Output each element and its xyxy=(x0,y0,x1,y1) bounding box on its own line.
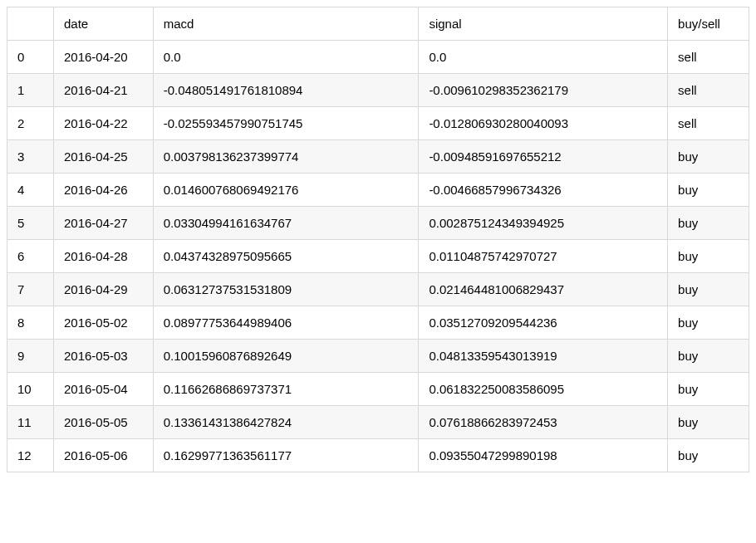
cell-buysell: buy xyxy=(668,174,749,207)
cell-macd: 0.04374328975095665 xyxy=(153,240,419,273)
cell-date: 2016-05-06 xyxy=(53,439,153,472)
cell-signal: 0.01104875742970727 xyxy=(419,240,668,273)
cell-date: 2016-04-27 xyxy=(53,207,153,240)
cell-index: 12 xyxy=(7,439,54,472)
cell-date: 2016-04-25 xyxy=(53,140,153,174)
cell-macd: 0.06312737531531809 xyxy=(153,273,419,306)
cell-index: 5 xyxy=(7,207,54,240)
cell-index: 6 xyxy=(7,240,54,273)
cell-index: 0 xyxy=(7,41,54,74)
cell-buysell: sell xyxy=(668,41,749,74)
cell-index: 8 xyxy=(7,306,54,340)
cell-signal: 0.03512709209544236 xyxy=(419,306,668,340)
cell-date: 2016-04-28 xyxy=(53,240,153,273)
cell-index: 7 xyxy=(7,273,54,306)
cell-signal: 0.09355047299890198 xyxy=(419,439,668,472)
table-row: 4 2016-04-26 0.014600768069492176 -0.004… xyxy=(7,174,749,207)
cell-index: 1 xyxy=(7,74,54,107)
table-body: 0 2016-04-20 0.0 0.0 sell 1 2016-04-21 -… xyxy=(7,41,749,472)
cell-index: 4 xyxy=(7,174,54,207)
table-row: 7 2016-04-29 0.06312737531531809 0.02146… xyxy=(7,273,749,306)
table-row: 0 2016-04-20 0.0 0.0 sell xyxy=(7,41,749,74)
cell-macd: 0.08977753644989406 xyxy=(153,306,419,340)
cell-buysell: buy xyxy=(668,373,749,406)
cell-date: 2016-04-20 xyxy=(53,41,153,74)
cell-macd: 0.0 xyxy=(153,41,419,74)
cell-signal: 0.04813359543013919 xyxy=(419,340,668,373)
cell-buysell: buy xyxy=(668,340,749,373)
table-row: 10 2016-05-04 0.11662686869737371 0.0618… xyxy=(7,373,749,406)
cell-buysell: buy xyxy=(668,306,749,340)
cell-macd: 0.16299771363561177 xyxy=(153,439,419,472)
cell-buysell: buy xyxy=(668,140,749,174)
cell-macd: 0.10015960876892649 xyxy=(153,340,419,373)
cell-buysell: sell xyxy=(668,74,749,107)
cell-signal: 0.021464481006829437 xyxy=(419,273,668,306)
header-buysell: buy/sell xyxy=(668,7,749,41)
cell-signal: -0.009610298352362179 xyxy=(419,74,668,107)
table-row: 5 2016-04-27 0.03304994161634767 0.00287… xyxy=(7,207,749,240)
cell-buysell: sell xyxy=(668,107,749,140)
cell-buysell: buy xyxy=(668,406,749,439)
cell-buysell: buy xyxy=(668,439,749,472)
cell-index: 9 xyxy=(7,340,54,373)
table-row: 2 2016-04-22 -0.025593457990751745 -0.01… xyxy=(7,107,749,140)
cell-macd: 0.13361431386427824 xyxy=(153,406,419,439)
header-row: date macd signal buy/sell xyxy=(7,7,749,41)
cell-date: 2016-05-02 xyxy=(53,306,153,340)
cell-macd: 0.03304994161634767 xyxy=(153,207,419,240)
table-row: 11 2016-05-05 0.13361431386427824 0.0761… xyxy=(7,406,749,439)
cell-macd: -0.048051491761810894 xyxy=(153,74,419,107)
table-row: 9 2016-05-03 0.10015960876892649 0.04813… xyxy=(7,340,749,373)
cell-date: 2016-04-22 xyxy=(53,107,153,140)
cell-signal: -0.00466857996734326 xyxy=(419,174,668,207)
cell-date: 2016-05-04 xyxy=(53,373,153,406)
header-index xyxy=(7,7,54,41)
cell-buysell: buy xyxy=(668,240,749,273)
cell-index: 2 xyxy=(7,107,54,140)
cell-macd: 0.003798136237399774 xyxy=(153,140,419,174)
cell-signal: 0.0 xyxy=(419,41,668,74)
cell-signal: -0.00948591697655212 xyxy=(419,140,668,174)
cell-date: 2016-05-03 xyxy=(53,340,153,373)
cell-date: 2016-04-21 xyxy=(53,74,153,107)
table-row: 3 2016-04-25 0.003798136237399774 -0.009… xyxy=(7,140,749,174)
cell-macd: -0.025593457990751745 xyxy=(153,107,419,140)
table-row: 12 2016-05-06 0.16299771363561177 0.0935… xyxy=(7,439,749,472)
cell-buysell: buy xyxy=(668,207,749,240)
cell-buysell: buy xyxy=(668,273,749,306)
cell-index: 11 xyxy=(7,406,54,439)
table-row: 1 2016-04-21 -0.048051491761810894 -0.00… xyxy=(7,74,749,107)
cell-index: 10 xyxy=(7,373,54,406)
data-table: date macd signal buy/sell 0 2016-04-20 0… xyxy=(7,7,749,472)
cell-signal: -0.012806930280040093 xyxy=(419,107,668,140)
cell-date: 2016-05-05 xyxy=(53,406,153,439)
cell-index: 3 xyxy=(7,140,54,174)
header-macd: macd xyxy=(153,7,419,41)
cell-date: 2016-04-29 xyxy=(53,273,153,306)
table-row: 8 2016-05-02 0.08977753644989406 0.03512… xyxy=(7,306,749,340)
cell-date: 2016-04-26 xyxy=(53,174,153,207)
header-signal: signal xyxy=(419,7,668,41)
cell-signal: 0.07618866283972453 xyxy=(419,406,668,439)
header-date: date xyxy=(53,7,153,41)
table-row: 6 2016-04-28 0.04374328975095665 0.01104… xyxy=(7,240,749,273)
cell-signal: 0.061832250083586095 xyxy=(419,373,668,406)
cell-macd: 0.11662686869737371 xyxy=(153,373,419,406)
cell-signal: 0.002875124349394925 xyxy=(419,207,668,240)
cell-macd: 0.014600768069492176 xyxy=(153,174,419,207)
